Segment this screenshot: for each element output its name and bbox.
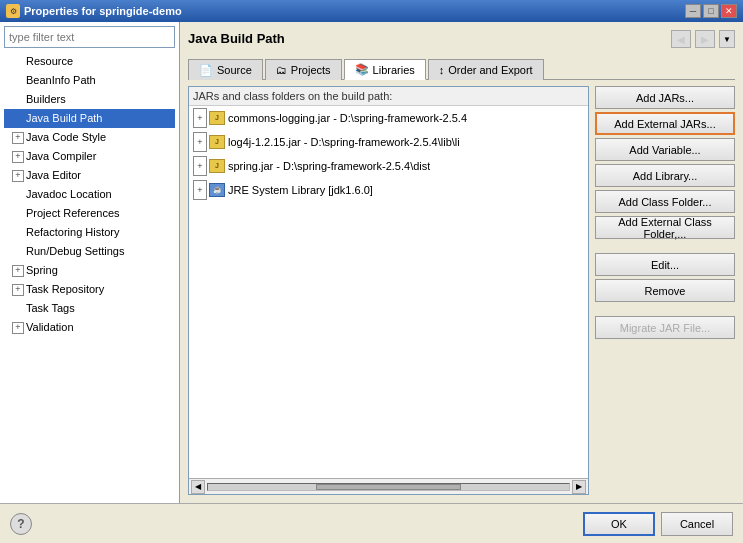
sidebar-item-tasktags[interactable]: Task Tags bbox=[4, 299, 175, 318]
libraries-tab-label: Libraries bbox=[373, 64, 415, 76]
library-item-text: JRE System Library [jdk1.6.0] bbox=[228, 181, 373, 199]
section-title: Java Build Path bbox=[188, 31, 285, 46]
right-panel: Java Build Path ◀ ▶ ▼ 📄Source🗂Projects📚L… bbox=[180, 22, 743, 503]
expander-icon: + bbox=[12, 132, 24, 144]
close-button[interactable]: ✕ bbox=[721, 4, 737, 18]
maximize-button[interactable]: □ bbox=[703, 4, 719, 18]
library-item-text: spring.jar - D:\spring-framework-2.5.4\d… bbox=[228, 157, 430, 175]
sidebar-item-resource[interactable]: Resource bbox=[4, 52, 175, 71]
sidebar-item-javadoclocation[interactable]: Javadoc Location bbox=[4, 185, 175, 204]
cancel-button[interactable]: Cancel bbox=[661, 512, 733, 536]
ok-button[interactable]: OK bbox=[583, 512, 655, 536]
sidebar-item-label: Task Repository bbox=[26, 281, 104, 298]
app-icon: ⚙ bbox=[6, 4, 20, 18]
sidebar-item-label: Run/Debug Settings bbox=[26, 243, 124, 260]
expander-icon: + bbox=[12, 284, 24, 296]
sidebar-item-javacompiler[interactable]: +Java Compiler bbox=[4, 147, 175, 166]
forward-button[interactable]: ▶ bbox=[695, 30, 715, 48]
bottom-left: ? bbox=[10, 513, 32, 535]
minimize-button[interactable]: ─ bbox=[685, 4, 701, 18]
library-item-jre[interactable]: +☕JRE System Library [jdk1.6.0] bbox=[189, 178, 588, 202]
addExtClassFolder-button[interactable]: Add External Class Folder,... bbox=[595, 216, 735, 239]
orderexport-tab-label: Order and Export bbox=[448, 64, 532, 76]
nav-menu-button[interactable]: ▼ bbox=[719, 30, 735, 48]
sidebar-item-javacodestyle[interactable]: +Java Code Style bbox=[4, 128, 175, 147]
libraries-label: JARs and class folders on the build path… bbox=[189, 87, 588, 106]
library-item-log4j[interactable]: +Jlog4j-1.2.15.jar - D:\spring-framework… bbox=[189, 130, 588, 154]
scroll-thumb[interactable] bbox=[316, 484, 460, 490]
source-tab-label: Source bbox=[217, 64, 252, 76]
sidebar-item-javaeditor[interactable]: +Java Editor bbox=[4, 166, 175, 185]
lib-expander-icon: + bbox=[193, 132, 207, 152]
lib-expander-icon: + bbox=[193, 180, 207, 200]
library-item-text: commons-logging.jar - D:\spring-framewor… bbox=[228, 109, 467, 127]
expander-icon: + bbox=[12, 170, 24, 182]
bottom-right: OK Cancel bbox=[583, 512, 733, 536]
sidebar-item-label: Refactoring History bbox=[26, 224, 120, 241]
sidebar-item-projectreferences[interactable]: Project References bbox=[4, 204, 175, 223]
sidebar-item-label: Validation bbox=[26, 319, 74, 336]
jar-icon: J bbox=[209, 135, 225, 149]
sidebar-item-label: Task Tags bbox=[26, 300, 75, 317]
projects-tab-icon: 🗂 bbox=[276, 64, 287, 76]
tab-libraries[interactable]: 📚Libraries bbox=[344, 59, 426, 80]
lib-expander-icon: + bbox=[193, 108, 207, 128]
sidebar-item-beaninfo[interactable]: BeanInfo Path bbox=[4, 71, 175, 90]
addClassFolder-button[interactable]: Add Class Folder... bbox=[595, 190, 735, 213]
help-button[interactable]: ? bbox=[10, 513, 32, 535]
libraries-tab-icon: 📚 bbox=[355, 63, 369, 76]
window-controls: ─ □ ✕ bbox=[685, 4, 737, 18]
horizontal-scrollbar[interactable]: ◀ ▶ bbox=[189, 478, 588, 494]
addVariable-button[interactable]: Add Variable... bbox=[595, 138, 735, 161]
source-tab-icon: 📄 bbox=[199, 64, 213, 77]
sidebar-item-label: BeanInfo Path bbox=[26, 72, 96, 89]
title-bar: ⚙ Properties for springide-demo ─ □ ✕ bbox=[0, 0, 743, 22]
tab-projects[interactable]: 🗂Projects bbox=[265, 59, 342, 80]
sidebar-item-javabuildpath[interactable]: Java Build Path bbox=[4, 109, 175, 128]
sidebar-item-validation[interactable]: +Validation bbox=[4, 318, 175, 337]
scroll-track[interactable] bbox=[207, 483, 570, 491]
projects-tab-label: Projects bbox=[291, 64, 331, 76]
button-spacer bbox=[595, 305, 735, 313]
sidebar-item-taskrepo[interactable]: +Task Repository bbox=[4, 280, 175, 299]
button-spacer bbox=[595, 242, 735, 250]
sidebar-item-label: Builders bbox=[26, 91, 66, 108]
sidebar-item-spring[interactable]: +Spring bbox=[4, 261, 175, 280]
expander-icon: + bbox=[12, 151, 24, 163]
sidebar-item-label: Java Build Path bbox=[26, 110, 102, 127]
sidebar-item-label: Project References bbox=[26, 205, 120, 222]
libraries-panel: JARs and class folders on the build path… bbox=[188, 86, 589, 495]
sidebar-item-refactoringhistory[interactable]: Refactoring History bbox=[4, 223, 175, 242]
window-title: Properties for springide-demo bbox=[24, 5, 182, 17]
action-buttons-panel: Add JARs...Add External JARs...Add Varia… bbox=[595, 86, 735, 495]
expander-icon: + bbox=[12, 322, 24, 334]
tab-orderexport[interactable]: ↕Order and Export bbox=[428, 59, 544, 80]
dialog-body: ResourceBeanInfo PathBuildersJava Build … bbox=[0, 22, 743, 503]
jar-icon: J bbox=[209, 111, 225, 125]
sidebar-item-builders[interactable]: Builders bbox=[4, 90, 175, 109]
sidebar-item-label: Javadoc Location bbox=[26, 186, 112, 203]
library-item-spring[interactable]: +Jspring.jar - D:\spring-framework-2.5.4… bbox=[189, 154, 588, 178]
left-panel: ResourceBeanInfo PathBuildersJava Build … bbox=[0, 22, 180, 503]
remove-button[interactable]: Remove bbox=[595, 279, 735, 302]
tab-source[interactable]: 📄Source bbox=[188, 59, 263, 80]
bottom-bar: ? OK Cancel bbox=[0, 503, 743, 543]
lib-expander-icon: + bbox=[193, 156, 207, 176]
scroll-left-button[interactable]: ◀ bbox=[191, 480, 205, 494]
jre-icon: ☕ bbox=[209, 183, 225, 197]
settings-tree: ResourceBeanInfo PathBuildersJava Build … bbox=[4, 52, 175, 499]
tabs-bar: 📄Source🗂Projects📚Libraries↕Order and Exp… bbox=[188, 58, 735, 80]
sidebar-item-label: Java Code Style bbox=[26, 129, 106, 146]
sidebar-item-rundebug[interactable]: Run/Debug Settings bbox=[4, 242, 175, 261]
addExtJars-button[interactable]: Add External JARs... bbox=[595, 112, 735, 135]
migrateJar-button: Migrate JAR File... bbox=[595, 316, 735, 339]
addJars-button[interactable]: Add JARs... bbox=[595, 86, 735, 109]
library-item-commons[interactable]: +Jcommons-logging.jar - D:\spring-framew… bbox=[189, 106, 588, 130]
addLibrary-button[interactable]: Add Library... bbox=[595, 164, 735, 187]
scroll-right-button[interactable]: ▶ bbox=[572, 480, 586, 494]
sidebar-item-label: Spring bbox=[26, 262, 58, 279]
edit-button[interactable]: Edit... bbox=[595, 253, 735, 276]
back-button[interactable]: ◀ bbox=[671, 30, 691, 48]
sidebar-item-label: Resource bbox=[26, 53, 73, 70]
filter-input[interactable] bbox=[4, 26, 175, 48]
